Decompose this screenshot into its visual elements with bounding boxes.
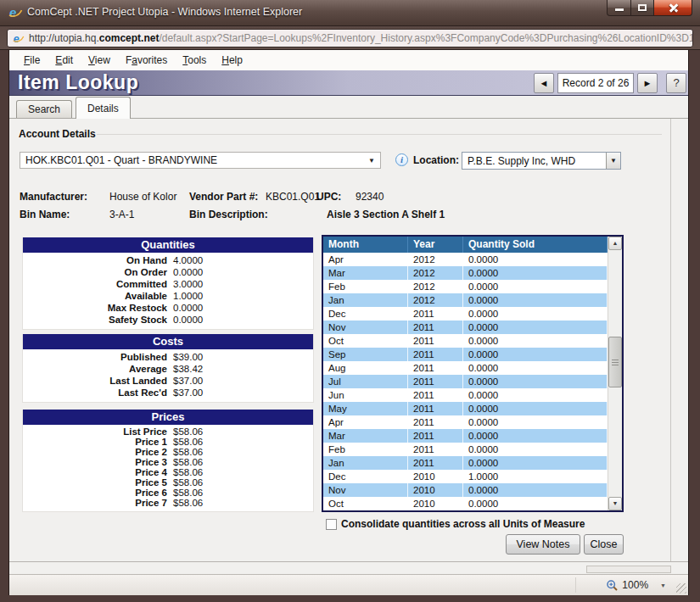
panel-row: On Hand4.0000 bbox=[23, 254, 313, 266]
table-row[interactable]: Feb20110.0000 bbox=[323, 443, 608, 456]
table-row[interactable]: Oct20110.0000 bbox=[323, 334, 608, 348]
panel-row-label: Committed bbox=[23, 278, 167, 290]
tab-details[interactable]: Details bbox=[76, 97, 131, 119]
menu-favorites[interactable]: Favorites bbox=[118, 52, 175, 69]
panel-row-value: $58.06 bbox=[173, 426, 203, 437]
table-cell: 2012 bbox=[408, 253, 463, 266]
panel-body-prices: List Price$58.06Price 1$58.06Price 2$58.… bbox=[23, 425, 313, 511]
ie-page-icon: e bbox=[12, 32, 25, 45]
panel-row: Price 5$58.06 bbox=[23, 477, 313, 488]
panel-row: Price 4$58.06 bbox=[23, 467, 313, 477]
record-counter: Record 2 of 26 bbox=[557, 73, 634, 93]
content-column: Account Details HOK.KBC01.Q01 - Quart - … bbox=[9, 119, 671, 561]
location-label: Location: bbox=[413, 154, 459, 166]
table-scrollbar[interactable]: ▲ ▼ bbox=[608, 237, 622, 510]
table-cell: Aug bbox=[323, 361, 408, 375]
table-row[interactable]: Sep20110.0000 bbox=[323, 348, 608, 361]
menu-help[interactable]: Help bbox=[214, 52, 250, 69]
prev-arrow-icon: ◄ bbox=[540, 78, 549, 88]
table-row[interactable]: Oct20100.0000 bbox=[323, 497, 608, 510]
chevron-down-icon: ▼ bbox=[610, 157, 617, 164]
panel-row-label: On Order bbox=[23, 266, 167, 278]
table-row[interactable]: Feb20120.0000 bbox=[323, 280, 608, 293]
status-bar: 100% ▼ bbox=[9, 574, 688, 595]
column-header-month[interactable]: Month bbox=[323, 237, 408, 253]
location-dropdown-value: P.B.E. Supply Inc, WHD bbox=[462, 155, 606, 167]
minimize-button[interactable] bbox=[607, 0, 631, 16]
browser-window: e ComCept .NET Project Utopia - Windows … bbox=[0, 0, 700, 602]
dropdown-button[interactable]: ▼ bbox=[606, 153, 620, 169]
table-row[interactable]: Aug20110.0000 bbox=[323, 361, 608, 375]
table-row[interactable]: Mar20120.0000 bbox=[323, 266, 608, 280]
resize-grip[interactable] bbox=[676, 583, 686, 594]
table-row[interactable]: Apr20120.0000 bbox=[323, 253, 608, 266]
panel-row: Price 2$58.06 bbox=[23, 447, 313, 457]
statusbar-divider bbox=[575, 577, 576, 593]
scrollbar-thumb[interactable] bbox=[608, 337, 622, 387]
table-row[interactable]: Jun20110.0000 bbox=[323, 388, 608, 402]
panel-row: Average$38.42 bbox=[23, 363, 313, 375]
info-icon[interactable]: i bbox=[395, 153, 408, 166]
consolidate-checkbox[interactable] bbox=[326, 519, 337, 530]
table-cell: 0.0000 bbox=[463, 321, 608, 334]
magnifier-zoom-icon bbox=[606, 579, 619, 592]
zoom-control[interactable]: 100% ▼ bbox=[606, 577, 666, 593]
bin-location-value: Aisle 3 Section A Shelf 1 bbox=[327, 209, 445, 220]
location-dropdown[interactable]: P.B.E. Supply Inc, WHD ▼ bbox=[462, 152, 621, 170]
menu-file[interactable]: File bbox=[16, 52, 48, 69]
title-bar[interactable]: e ComCept .NET Project Utopia - Windows … bbox=[0, 0, 700, 26]
history-grid: MonthYearQuantity Sold Apr20120.0000Mar2… bbox=[323, 237, 608, 510]
column-header-year[interactable]: Year bbox=[408, 237, 463, 253]
scroll-up-button[interactable]: ▲ bbox=[608, 237, 622, 250]
record-prev-button[interactable]: ◄ bbox=[534, 73, 554, 93]
column-header-quantity-sold[interactable]: Quantity Sold bbox=[463, 237, 608, 253]
view-notes-button[interactable]: View Notes bbox=[506, 534, 580, 555]
panel-body-quantities: On Hand4.0000On Order0.0000Committed3.00… bbox=[23, 253, 313, 329]
table-cell: 0.0000 bbox=[463, 348, 608, 361]
panel-row: Price 3$58.06 bbox=[23, 457, 313, 467]
table-cell: 1.0000 bbox=[463, 470, 608, 483]
table-cell: 2011 bbox=[408, 307, 463, 321]
menu-tools[interactable]: Tools bbox=[175, 52, 214, 69]
url-input[interactable]: e http://utopia.hq.comcept.net/default.a… bbox=[7, 29, 693, 47]
record-next-button[interactable]: ► bbox=[637, 73, 658, 93]
table-row[interactable]: Apr20110.0000 bbox=[323, 415, 608, 429]
browser-viewport: FileEditViewFavoritesToolsHelp Item Look… bbox=[8, 50, 689, 595]
table-row[interactable]: Nov20100.0000 bbox=[323, 483, 608, 497]
table-row[interactable]: Mar20110.0000 bbox=[323, 429, 608, 443]
panel-row-value: $39.00 bbox=[173, 351, 203, 363]
panel-row-value: $58.06 bbox=[173, 477, 203, 488]
menu-view[interactable]: View bbox=[81, 52, 118, 69]
tab-search[interactable]: Search bbox=[16, 100, 72, 118]
close-button[interactable] bbox=[654, 0, 692, 16]
table-row[interactable]: Dec20110.0000 bbox=[323, 307, 608, 321]
maximize-button[interactable] bbox=[631, 0, 654, 16]
panel-row-value: $38.42 bbox=[173, 363, 203, 375]
menu-edit[interactable]: Edit bbox=[48, 52, 81, 69]
table-cell: Oct bbox=[323, 334, 408, 348]
help-button[interactable]: ? bbox=[666, 73, 686, 93]
panel-row: List Price$58.06 bbox=[23, 426, 313, 437]
panel-row-value: 3.0000 bbox=[173, 278, 203, 290]
zoom-level: 100% bbox=[622, 579, 648, 591]
table-cell: Feb bbox=[323, 443, 408, 456]
panel-row-label: Price 2 bbox=[23, 447, 167, 457]
scroll-down-button[interactable]: ▼ bbox=[608, 497, 622, 510]
close-page-button[interactable]: Close bbox=[584, 534, 624, 555]
table-cell: 0.0000 bbox=[463, 415, 608, 429]
panel-row-label: Price 5 bbox=[23, 477, 167, 488]
item-dropdown[interactable]: HOK.KBC01.Q01 - Quart - BRANDYWINE ▼ bbox=[20, 152, 381, 169]
history-header-row: MonthYearQuantity Sold bbox=[323, 237, 608, 253]
table-cell: 2011 bbox=[408, 415, 463, 429]
table-row[interactable]: Jan20120.0000 bbox=[323, 293, 608, 307]
panel-row: Price 1$58.06 bbox=[23, 437, 313, 447]
chevron-down-icon: ▼ bbox=[368, 157, 375, 164]
upc-value: 92340 bbox=[356, 191, 384, 203]
table-cell: 0.0000 bbox=[463, 266, 608, 280]
table-row[interactable]: Jan20110.0000 bbox=[323, 456, 608, 470]
table-row[interactable]: May20110.0000 bbox=[323, 402, 608, 415]
panel-row: Safety Stock0.0000 bbox=[23, 314, 313, 326]
table-row[interactable]: Dec20101.0000 bbox=[323, 470, 608, 483]
table-row[interactable]: Nov20110.0000 bbox=[323, 321, 608, 334]
table-row[interactable]: Jul20110.0000 bbox=[323, 375, 608, 388]
